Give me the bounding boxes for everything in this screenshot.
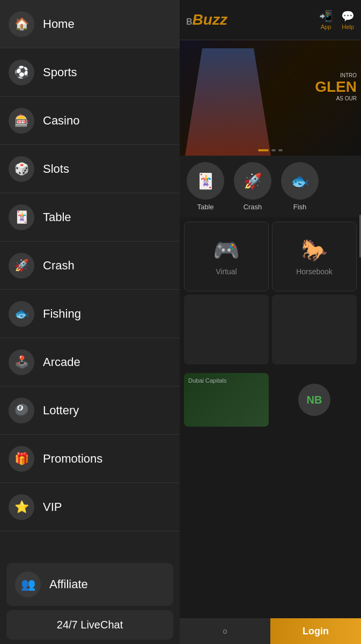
promo-label-1: Dubai Capitals — [184, 373, 269, 388]
brand-card[interactable]: NB — [272, 373, 357, 427]
banner: INTRO GLEN AS OUR — [180, 40, 361, 156]
category-section: 🃏 Table 🚀 Crash 🐟 Fish — [180, 156, 361, 217]
login-label: Login — [303, 626, 329, 637]
fishing-label: Fish — [293, 203, 307, 211]
crash-label: Crash — [43, 259, 75, 273]
help-icon: 💬 — [341, 10, 355, 23]
virtual-label: Virtual — [216, 267, 237, 276]
vip-icon: ⭐ — [9, 494, 34, 520]
sports-icon: ⚽ — [9, 60, 34, 85]
virtual-game-card[interactable]: 🎮 Virtual — [184, 222, 269, 291]
banner-text: INTRO GLEN AS OUR — [315, 72, 357, 101]
lower-grid: Dubai Capitals NB — [184, 373, 357, 427]
arcade-icon: 🕹️ — [9, 349, 34, 375]
sidebar: 🏠 Home ⚽ Sports 🎰 Casino 🎲 Slots 🃏 Table… — [0, 0, 180, 644]
arcade-label: Arcade — [43, 355, 80, 369]
main-content: BBuzz 📲 App 💬 Help INTRO GLEN AS OUR — [180, 0, 361, 644]
vip-label: VIP — [43, 500, 62, 514]
promotions-icon: 🎁 — [9, 446, 34, 472]
banner-sub: AS OUR — [315, 96, 357, 101]
sidebar-item-lottery[interactable]: 🎱 Lottery — [0, 386, 180, 435]
sidebar-item-casino[interactable]: 🎰 Casino — [0, 97, 180, 145]
category-fishing[interactable]: 🐟 Fish — [278, 162, 321, 211]
fishing-label: Fishing — [43, 307, 81, 321]
sidebar-item-promotions[interactable]: 🎁 Promotions — [0, 435, 180, 483]
empty-card-2[interactable] — [272, 295, 357, 364]
dot-2 — [278, 149, 283, 151]
affiliate-button[interactable]: 👥 Affiliate — [6, 563, 173, 606]
dot-1 — [271, 149, 276, 151]
casino-icon: 🎰 — [9, 108, 34, 134]
crash-circle: 🚀 — [234, 162, 271, 200]
sidebar-item-sports[interactable]: ⚽ Sports — [0, 48, 180, 97]
sidebar-item-home[interactable]: 🏠 Home — [0, 0, 180, 48]
app-button[interactable]: 📲 App — [319, 10, 333, 30]
horsebook-game-card[interactable]: 🐎 Horsebook — [272, 222, 357, 291]
category-row: 🃏 Table 🚀 Crash 🐟 Fish — [184, 162, 357, 211]
empty-card-1[interactable] — [184, 295, 269, 364]
casino-label: Casino — [43, 114, 79, 128]
horse-icon: 🐎 — [301, 238, 328, 263]
brand-title: BBuzz — [186, 11, 227, 28]
sidebar-item-arcade[interactable]: 🕹️ Arcade — [0, 338, 180, 386]
lower-section: Dubai Capitals NB — [180, 369, 361, 431]
fishing-circle: 🐟 — [281, 162, 319, 200]
sidebar-item-table[interactable]: 🃏 Table — [0, 193, 180, 241]
games-section: 🎮 Virtual 🐎 Horsebook — [180, 217, 361, 369]
livechat-button[interactable]: 24/7 LiveChat — [6, 610, 173, 640]
sports-label: Sports — [43, 65, 77, 79]
category-table[interactable]: 🃏 Table — [184, 162, 227, 211]
banner-dots — [258, 149, 283, 151]
sidebar-item-slots[interactable]: 🎲 Slots — [0, 145, 180, 193]
bottom-bar: o Login — [180, 618, 361, 644]
sidebar-item-crash[interactable]: 🚀 Crash — [0, 241, 180, 290]
affiliate-icon: 👥 — [15, 572, 41, 597]
horsebook-label: Horsebook — [296, 267, 333, 276]
banner-intro: INTRO — [315, 72, 357, 78]
dot-active — [258, 149, 269, 151]
header: BBuzz 📲 App 💬 Help — [180, 0, 361, 40]
table-circle: 🃏 — [187, 162, 224, 200]
home-icon: 🏠 — [9, 11, 34, 37]
fishing-icon: 🐟 — [9, 301, 34, 327]
lottery-icon: 🎱 — [9, 398, 34, 423]
banner-name: GLEN — [315, 78, 357, 96]
promotions-label: Promotions — [43, 452, 102, 466]
crash-label: Crash — [244, 203, 262, 211]
signup-text: o — [223, 627, 227, 635]
slots-icon: 🎲 — [9, 156, 34, 182]
signup-area[interactable]: o — [180, 618, 270, 644]
livechat-label: 24/7 LiveChat — [57, 619, 123, 631]
table-label: Table — [43, 210, 71, 224]
affiliate-label: Affiliate — [49, 577, 88, 591]
app-icon: 📲 — [319, 10, 333, 23]
games-grid: 🎮 Virtual 🐎 Horsebook — [184, 222, 357, 364]
brand-logo: NB — [298, 384, 330, 416]
sidebar-item-fishing[interactable]: 🐟 Fishing — [0, 290, 180, 338]
table-icon: 🃏 — [9, 204, 34, 230]
login-button[interactable]: Login — [270, 618, 361, 644]
home-label: Home — [43, 17, 75, 31]
affiliate-section: 👥 Affiliate 24/7 LiveChat — [0, 559, 180, 644]
crash-icon: 🚀 — [9, 253, 34, 279]
header-actions: 📲 App 💬 Help — [319, 10, 355, 30]
table-label: Table — [197, 203, 213, 211]
help-button[interactable]: 💬 Help — [341, 10, 355, 30]
lottery-label: Lottery — [43, 404, 79, 418]
category-crash[interactable]: 🚀 Crash — [231, 162, 274, 211]
app-label: App — [321, 24, 331, 30]
virtual-icon: 🎮 — [213, 238, 240, 263]
sidebar-item-vip[interactable]: ⭐ VIP — [0, 483, 180, 531]
help-label: Help — [342, 24, 354, 30]
promo-card-1[interactable]: Dubai Capitals — [184, 373, 269, 427]
slots-label: Slots — [43, 162, 69, 176]
